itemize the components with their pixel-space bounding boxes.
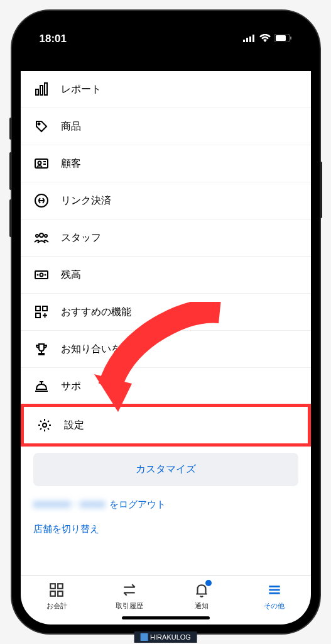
home-indicator[interactable]: [122, 616, 210, 619]
lower-section: カスタマイズ XXXXXX・XXXX をログアウト 店舗を切り替え: [21, 445, 311, 535]
svg-rect-23: [36, 306, 40, 311]
svg-point-16: [40, 233, 43, 237]
signal-icon: [243, 33, 256, 45]
bell-icon: [193, 581, 210, 599]
logout-suffix: をログアウト: [109, 499, 166, 511]
menu-label: リンク決済: [61, 194, 111, 208]
tab-more[interactable]: その他: [238, 581, 311, 611]
tab-notifications[interactable]: 通知: [166, 581, 239, 611]
trophy-icon: [33, 341, 50, 357]
status-icons: [243, 33, 292, 45]
menu-item-link-payment[interactable]: リンク決済: [21, 182, 311, 219]
menu-item-balance[interactable]: 残高: [21, 257, 311, 294]
svg-rect-31: [51, 591, 56, 596]
switch-store-link[interactable]: 店舗を切り替え: [33, 523, 298, 535]
menu-label: おすすめの機能: [61, 306, 131, 319]
svg-point-17: [36, 235, 38, 237]
svg-point-18: [45, 235, 47, 237]
logout-link[interactable]: XXXXXX・XXXX をログアウト: [33, 499, 298, 511]
volume-up: [9, 152, 12, 190]
menu-label: サポ: [61, 380, 81, 393]
svg-rect-1: [246, 38, 248, 42]
tab-label: その他: [264, 601, 285, 611]
logout-username-blurred: XXXXXX・XXXX: [33, 499, 106, 511]
power-button: [320, 162, 322, 218]
phone-frame: 18:01 レポート: [12, 11, 320, 633]
apps-add-icon: [33, 304, 50, 320]
id-card-icon: [33, 155, 50, 172]
svg-rect-7: [36, 89, 38, 95]
watermark-icon: [140, 633, 148, 641]
tab-label: 通知: [195, 601, 209, 611]
svg-rect-9: [45, 83, 47, 95]
svg-rect-2: [249, 36, 251, 42]
menu-icon: [266, 581, 283, 599]
svg-point-22: [45, 275, 45, 275]
watermark: HIRAKULOG: [134, 631, 197, 643]
svg-rect-8: [40, 86, 43, 95]
volume-down: [9, 199, 12, 237]
grid-icon: [48, 581, 65, 599]
notch: [109, 19, 222, 38]
gear-icon: [36, 417, 53, 433]
svg-rect-30: [58, 584, 63, 589]
bell-service-icon: [33, 378, 50, 394]
tab-label: 取引履歴: [116, 601, 143, 611]
menu-label: 商品: [61, 120, 81, 133]
menu-item-support[interactable]: サポ: [21, 368, 311, 405]
svg-point-21: [37, 275, 38, 275]
svg-rect-5: [276, 35, 286, 41]
menu-item-reports[interactable]: レポート: [21, 71, 311, 108]
menu-item-settings[interactable]: 設定: [21, 404, 311, 447]
svg-rect-24: [43, 306, 47, 311]
menu-item-staff[interactable]: スタッフ: [21, 219, 311, 257]
tag-icon: [33, 118, 50, 135]
svg-point-20: [40, 274, 43, 277]
notification-badge: [205, 580, 212, 586]
svg-rect-32: [58, 591, 63, 596]
menu-list[interactable]: レポート 商品 顧客: [21, 71, 311, 575]
svg-rect-29: [51, 584, 56, 589]
menu-label: 設定: [64, 419, 84, 432]
mute-switch: [9, 118, 12, 140]
svg-rect-25: [36, 313, 40, 318]
menu-item-items[interactable]: 商品: [21, 108, 311, 145]
menu-label: 残高: [61, 269, 81, 282]
tab-label: お会計: [46, 601, 67, 611]
svg-point-10: [38, 123, 40, 125]
wifi-icon: [259, 33, 271, 45]
svg-rect-3: [252, 35, 254, 42]
menu-item-customers[interactable]: 顧客: [21, 145, 311, 182]
svg-rect-0: [243, 40, 245, 42]
svg-point-12: [38, 162, 41, 165]
tab-transactions[interactable]: 取引履歴: [93, 581, 166, 611]
link-icon: [33, 192, 50, 209]
menu-label: スタッフ: [61, 231, 101, 245]
app-content: レポート 商品 顧客: [21, 71, 311, 625]
menu-label: レポート: [61, 83, 101, 96]
menu-item-referral[interactable]: お知り合いを: [21, 331, 311, 368]
watermark-text: HIRAKULOG: [150, 633, 191, 641]
customize-button[interactable]: カスタマイズ: [33, 453, 298, 486]
people-icon: [33, 230, 50, 246]
svg-rect-6: [290, 36, 291, 40]
money-icon: [33, 267, 50, 283]
phone-screen: 18:01 レポート: [21, 19, 311, 625]
status-time: 18:01: [40, 33, 67, 45]
svg-point-28: [43, 423, 46, 427]
menu-item-addons[interactable]: おすすめの機能: [21, 294, 311, 331]
chart-icon: [33, 81, 50, 97]
menu-label: お知り合いを: [61, 343, 121, 356]
transfer-icon: [121, 581, 138, 599]
battery-icon: [274, 33, 292, 45]
menu-label: 顧客: [61, 157, 81, 170]
tab-checkout[interactable]: お会計: [21, 581, 94, 611]
